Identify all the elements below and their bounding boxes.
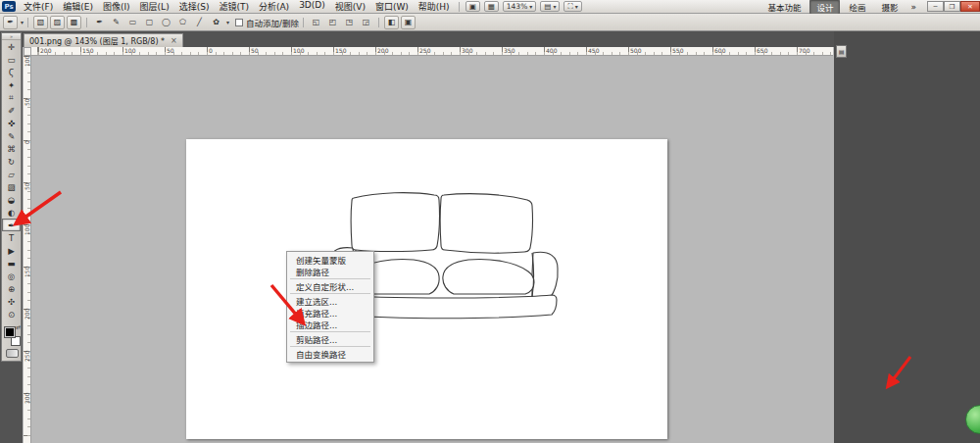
menu-item[interactable]: 选择(S) (174, 0, 215, 13)
shape-button[interactable]: ✎ (109, 16, 123, 29)
ruler-label: 650 (755, 47, 797, 54)
shape-button[interactable]: ◯ (159, 16, 173, 29)
context-menu-item[interactable]: 自由变换路径 (287, 348, 373, 360)
crop-tool[interactable]: ⌗ (2, 91, 21, 104)
quick-mask-button[interactable] (6, 349, 19, 358)
menu-item[interactable]: 分析(A) (254, 0, 294, 13)
dodge-tool[interactable]: ◐ (2, 206, 21, 219)
bridge-launch-button[interactable]: ▣ (466, 1, 480, 12)
document-tab[interactable]: 001.png @ 143% (图层 1, RGB/8) * × (24, 33, 183, 47)
ruler-label: 250 (24, 351, 31, 393)
pen-tool[interactable]: ✒ (2, 219, 21, 231)
context-menu-item-label: 描边路径... (296, 319, 337, 330)
menu-item[interactable]: 文件(F) (19, 0, 58, 13)
type-tool[interactable]: T (2, 231, 21, 244)
screen-mode-button[interactable]: ⛶▾ (564, 1, 581, 12)
mode-button[interactable]: ▧ (33, 16, 48, 29)
mode-button[interactable]: ▩ (67, 16, 81, 29)
menu-item[interactable]: 3D(D) (294, 0, 330, 13)
gradient-tool[interactable]: ▨ (2, 180, 21, 193)
menu-item[interactable]: 窗口(W) (370, 0, 414, 13)
collapsed-panel-button[interactable]: ▤ (836, 45, 847, 58)
shape-tool[interactable]: ▬ (2, 257, 21, 270)
workspace-button[interactable]: 绘画 (842, 0, 872, 15)
ruler-label: 600 (712, 47, 755, 54)
hand-tool[interactable]: ✣ (2, 295, 21, 308)
zoom-tool[interactable]: ⊙ (2, 308, 21, 320)
tools-panel-grip[interactable]: » (2, 33, 21, 40)
brush-tool[interactable]: ✎ (2, 129, 21, 142)
divider (27, 18, 28, 27)
foreground-background-colors[interactable]: ⇄ (5, 324, 21, 346)
shape-button[interactable]: ⬠ (175, 16, 190, 29)
menu-item[interactable]: 视图(V) (330, 0, 370, 13)
shape-button[interactable]: ▭ (125, 16, 140, 29)
minimize-button[interactable]: ─ (927, 1, 944, 12)
clone-stamp-tool[interactable]: ⌘ (2, 142, 21, 155)
shape-button[interactable]: ✒ (92, 16, 107, 29)
quick-selection-tool[interactable]: ✦ (2, 78, 21, 91)
foreground-color-swatch[interactable] (5, 327, 15, 337)
eyedropper-tool[interactable]: ✐ (2, 104, 21, 117)
workspace-button[interactable]: 基本功能 (760, 0, 808, 15)
3d-camera-tool[interactable]: ⊕ (2, 282, 21, 295)
shape-button[interactable]: ✿ (209, 16, 223, 29)
eraser-tool[interactable]: ▱ (2, 168, 21, 180)
move-tool[interactable]: ✛ (2, 40, 21, 53)
context-menu-item[interactable]: 创建矢量蒙版 (287, 254, 373, 266)
tool-icon: ✐ (8, 106, 15, 116)
workspace-button[interactable]: 设计 (809, 0, 840, 15)
path-area-button[interactable]: ◰ (325, 16, 340, 29)
menu-item[interactable]: 帮助(H) (414, 0, 455, 13)
context-menu-item[interactable]: 建立选区... (287, 295, 373, 307)
background-color-swatch[interactable] (11, 336, 21, 346)
auto-add-delete-checkbox[interactable] (235, 19, 243, 26)
context-menu-item[interactable] (287, 330, 373, 333)
menu-item[interactable]: 滤镜(T) (214, 0, 254, 13)
path-area-button[interactable]: ◳ (342, 16, 357, 29)
history-brush-tool[interactable]: ↻ (2, 155, 21, 168)
view-extras-button[interactable]: ▦ (484, 1, 499, 12)
tool-preset-button[interactable]: ✒ (3, 16, 18, 29)
path-selection-tool[interactable]: ▶ (2, 244, 21, 257)
close-button[interactable]: ✕ (960, 1, 980, 12)
context-menu-item[interactable] (287, 292, 373, 295)
option-button[interactable]: ◧ (384, 16, 399, 29)
context-menu-item-label: 定义自定形状... (296, 280, 354, 292)
lasso-tool[interactable]: Ϛ (2, 66, 21, 78)
context-menu-item[interactable]: 删除路径 (287, 266, 373, 277)
ruler-label: 50 (24, 182, 31, 224)
context-menu-item[interactable] (287, 277, 373, 280)
workspace-overflow-button[interactable]: » (906, 2, 921, 12)
menu-item[interactable]: 图层(L) (135, 0, 174, 13)
arrange-documents-button[interactable]: ▤▾ (540, 1, 560, 12)
workspace-button[interactable]: 摄影 (874, 0, 905, 15)
option-button[interactable]: ▣ (401, 16, 416, 29)
zoom-level-dropdown[interactable]: 143%▾ (503, 1, 536, 12)
close-tab-icon[interactable]: × (171, 36, 177, 45)
context-menu-item[interactable]: 剪贴路径... (287, 333, 373, 345)
tool-icon: ▬ (7, 259, 15, 269)
context-menu-item[interactable]: 填充路径... (287, 307, 373, 319)
marquee-tool[interactable]: ▭ (2, 53, 21, 66)
context-menu-item[interactable] (287, 345, 373, 348)
ruler-label: 200 (38, 47, 80, 54)
healing-brush-tool[interactable]: ✜ (2, 117, 21, 129)
mode-button[interactable]: ▨ (50, 16, 65, 29)
swap-colors-icon[interactable]: ⇄ (16, 324, 21, 329)
shape-button[interactable]: ╱ (192, 16, 207, 29)
tool-icon: ◐ (8, 208, 15, 218)
blur-tool[interactable]: ◒ (2, 193, 21, 206)
menu-item[interactable]: 编辑(E) (58, 0, 98, 13)
ruler-label: 200 (375, 47, 417, 54)
shape-button[interactable]: ▢ (142, 16, 157, 29)
context-menu-item[interactable]: 定义自定形状... (287, 280, 373, 292)
path-area-button[interactable]: ◱ (309, 16, 323, 29)
menu-item[interactable]: 图像(I) (98, 0, 135, 13)
restore-button[interactable]: ❐ (944, 1, 960, 12)
horizontal-ruler[interactable]: 2001501005005010015020025030035040045050… (31, 47, 833, 56)
context-menu-item[interactable]: 描边路径... (287, 319, 373, 330)
vertical-ruler[interactable]: 10050050100150200250300 (24, 56, 31, 443)
path-area-button[interactable]: ◲ (359, 16, 373, 29)
3d-rotate-tool[interactable]: ◎ (2, 270, 21, 282)
